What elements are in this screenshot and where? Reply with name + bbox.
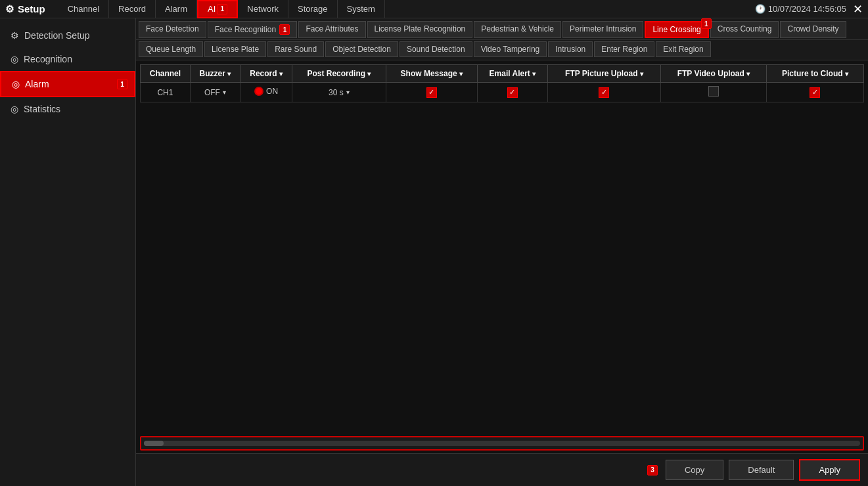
line-crossing-badge: 1 bbox=[701, 18, 712, 29]
nav-record[interactable]: Record bbox=[109, 0, 156, 18]
tab-cross-counting[interactable]: Cross Counting bbox=[710, 21, 779, 38]
picture-cloud-checkbox[interactable]: ✓ bbox=[810, 87, 820, 98]
sidebar-item-statistics[interactable]: ◎ Statistics bbox=[0, 97, 135, 121]
sidebar-item-alarm-label: Alarm bbox=[25, 79, 49, 89]
ftp-vid-col-arrow: ▾ bbox=[746, 70, 750, 77]
nav-ai[interactable]: AI 1 bbox=[197, 0, 238, 18]
tab-license-plate-recognition[interactable]: License Plate Recognition bbox=[367, 21, 473, 38]
top-bar: ⚙ Setup Channel Record Alarm AI 1 Networ… bbox=[0, 0, 868, 18]
sidebar-item-detection-setup[interactable]: ⚙ Detection Setup bbox=[0, 24, 135, 47]
ftp-video-checkbox[interactable] bbox=[708, 86, 719, 97]
detection-setup-icon: ⚙ bbox=[11, 30, 19, 41]
apply-button[interactable]: Apply bbox=[799, 459, 860, 481]
buzzer-arrow: ▾ bbox=[223, 89, 226, 96]
tab-face-attributes[interactable]: Face Attributes bbox=[298, 21, 365, 38]
nav-ai-badge: 1 bbox=[217, 4, 227, 14]
alarm-table: Channel Buzzer ▾ Record ▾ Post Recording… bbox=[140, 64, 864, 102]
cell-record[interactable]: ON bbox=[240, 83, 292, 102]
horizontal-scrollbar[interactable] bbox=[140, 436, 864, 451]
col-ftp-picture: FTP Picture Upload ▾ bbox=[547, 65, 660, 83]
app-title: Setup bbox=[18, 3, 45, 14]
content-area: Face Detection Face Recognition 1 Face A… bbox=[136, 18, 868, 486]
datetime-display: 🕐 10/07/2024 14:56:05 bbox=[755, 4, 846, 14]
sidebar: ⚙ Detection Setup ◎ Recognition ◎ Alarm … bbox=[0, 18, 136, 486]
ftp-picture-checkbox[interactable]: ✓ bbox=[599, 87, 609, 98]
col-post-recording: Post Recording ▾ bbox=[292, 65, 386, 83]
default-button[interactable]: Default bbox=[729, 460, 794, 480]
buzzer-dropdown[interactable]: OFF ▾ bbox=[204, 88, 226, 97]
col-email-alert: Email Alert ▾ bbox=[477, 65, 547, 83]
copy-button[interactable]: Copy bbox=[666, 460, 723, 480]
show-msg-col-arrow: ▾ bbox=[459, 70, 463, 77]
cell-email-alert[interactable]: ✓ bbox=[477, 83, 547, 102]
cell-post-recording[interactable]: 30 s ▾ bbox=[292, 83, 386, 102]
ftp-pic-col-arrow: ▾ bbox=[640, 70, 643, 77]
tab-rare-sound[interactable]: Rare Sound bbox=[267, 41, 324, 57]
email-alert-checkbox[interactable]: ✓ bbox=[507, 87, 518, 98]
tab-intrusion[interactable]: Intrusion bbox=[548, 41, 593, 57]
tab-object-detection[interactable]: Object Detection bbox=[325, 41, 398, 57]
table-area: Channel Buzzer ▾ Record ▾ Post Recording… bbox=[136, 60, 868, 433]
col-record: Record ▾ bbox=[240, 65, 292, 83]
close-button[interactable]: ✕ bbox=[853, 2, 863, 16]
tab-video-tampering[interactable]: Video Tampering bbox=[474, 41, 547, 57]
scrollbar-track bbox=[144, 441, 860, 446]
nav-channel[interactable]: Channel bbox=[58, 0, 109, 18]
post-rec-dropdown[interactable]: 30 s ▾ bbox=[329, 88, 350, 97]
statistics-icon: ◎ bbox=[11, 104, 18, 114]
record-col-arrow: ▾ bbox=[279, 70, 283, 77]
main-layout: ⚙ Detection Setup ◎ Recognition ◎ Alarm … bbox=[0, 18, 868, 486]
tab-pedestrian-vehicle[interactable]: Pedestrian & Vehicle bbox=[474, 21, 561, 38]
post-rec-arrow: ▾ bbox=[346, 89, 350, 96]
col-channel: Channel bbox=[141, 65, 191, 83]
nav-alarm[interactable]: Alarm bbox=[156, 0, 197, 18]
pic-cloud-col-arrow: ▾ bbox=[845, 70, 848, 77]
recognition-icon: ◎ bbox=[11, 54, 18, 64]
top-nav: Channel Record Alarm AI 1 Network Storag… bbox=[58, 0, 755, 18]
top-bar-right: 🕐 10/07/2024 14:56:05 ✕ bbox=[755, 2, 863, 16]
record-on-indicator: ON bbox=[254, 87, 278, 96]
tab-face-recognition[interactable]: Face Recognition 1 bbox=[208, 21, 298, 38]
datetime-text: 10/07/2024 14:56:05 bbox=[768, 4, 846, 14]
tab-queue-length[interactable]: Queue Length bbox=[139, 41, 203, 57]
tab-face-detection[interactable]: Face Detection bbox=[139, 21, 206, 38]
nav-network[interactable]: Network bbox=[238, 0, 288, 18]
col-picture-cloud: Picture to Cloud ▾ bbox=[766, 65, 863, 83]
tab-perimeter-intrusion[interactable]: Perimeter Intrusion bbox=[562, 21, 643, 38]
cell-channel: CH1 bbox=[141, 83, 191, 102]
tab-line-crossing[interactable]: Line Crossing 1 bbox=[645, 21, 708, 38]
email-col-arrow: ▾ bbox=[532, 70, 536, 77]
alarm-badge: 1 bbox=[117, 79, 127, 89]
nav-storage[interactable]: Storage bbox=[288, 0, 338, 18]
col-show-message: Show Message ▾ bbox=[386, 65, 477, 83]
col-buzzer: Buzzer ▾ bbox=[190, 65, 240, 83]
tab-sound-detection[interactable]: Sound Detection bbox=[400, 41, 472, 57]
record-on-dot bbox=[254, 87, 263, 96]
gear-icon: ⚙ bbox=[5, 3, 14, 15]
sidebar-item-recognition[interactable]: ◎ Recognition bbox=[0, 47, 135, 71]
clock-icon: 🕐 bbox=[755, 4, 765, 14]
cell-ftp-picture[interactable]: ✓ bbox=[547, 83, 660, 102]
ai-tabs-row1: Face Detection Face Recognition 1 Face A… bbox=[136, 18, 868, 40]
scrollbar-thumb[interactable] bbox=[144, 441, 164, 446]
show-message-checkbox[interactable]: ✓ bbox=[426, 87, 437, 98]
cell-picture-cloud[interactable]: ✓ bbox=[766, 83, 863, 102]
cell-show-message[interactable]: ✓ bbox=[386, 83, 477, 102]
ai-tabs-row2: Queue Length License Plate Rare Sound Ob… bbox=[136, 40, 868, 60]
tab-enter-region[interactable]: Enter Region bbox=[594, 41, 654, 57]
cell-buzzer[interactable]: OFF ▾ bbox=[190, 83, 240, 102]
sidebar-item-alarm[interactable]: ◎ Alarm 1 bbox=[0, 71, 135, 97]
sidebar-item-detection-setup-label: Detection Setup bbox=[24, 30, 90, 41]
table-row: CH1 OFF ▾ ON bbox=[141, 83, 864, 102]
buzzer-col-arrow: ▾ bbox=[227, 70, 231, 77]
nav-system[interactable]: System bbox=[338, 0, 385, 18]
sidebar-item-statistics-label: Statistics bbox=[24, 104, 60, 114]
tab-license-plate[interactable]: License Plate bbox=[204, 41, 266, 57]
face-rec-badge: 1 bbox=[279, 24, 290, 35]
cell-ftp-video[interactable] bbox=[660, 83, 766, 102]
post-rec-col-arrow: ▾ bbox=[367, 70, 371, 77]
tab-crowd-density[interactable]: Crowd Density bbox=[780, 21, 846, 38]
badge-3: 3 bbox=[647, 465, 658, 475]
bottom-bar: 3 Copy Default Apply bbox=[136, 453, 868, 486]
tab-exit-region[interactable]: Exit Region bbox=[656, 41, 710, 57]
